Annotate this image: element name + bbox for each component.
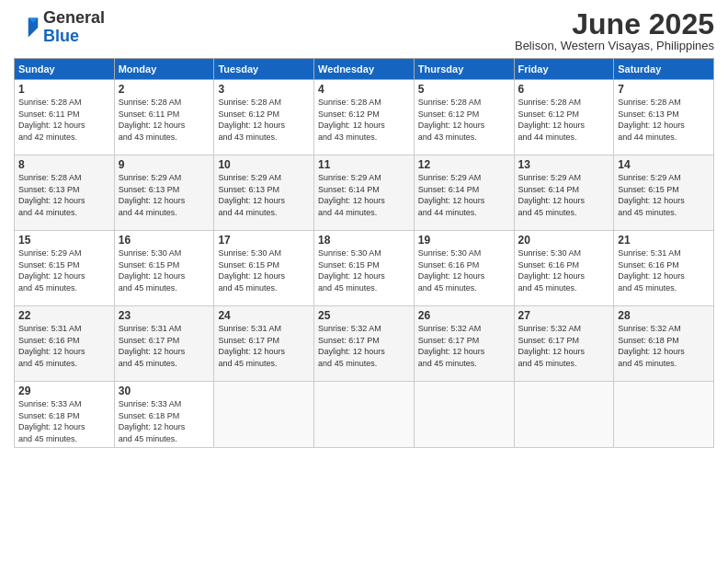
calendar-cell: 4Sunrise: 5:28 AMSunset: 6:12 PMDaylight…	[314, 80, 415, 155]
day-number: 1	[18, 83, 110, 96]
calendar-cell: 3Sunrise: 5:28 AMSunset: 6:12 PMDaylight…	[214, 80, 314, 155]
calendar-cell: 26Sunrise: 5:32 AMSunset: 6:17 PMDayligh…	[414, 306, 514, 382]
calendar-cell: 10Sunrise: 5:29 AMSunset: 6:13 PMDayligh…	[214, 155, 314, 231]
day-number: 9	[119, 158, 210, 171]
logo-general-text: General	[43, 8, 105, 27]
calendar-cell: 13Sunrise: 5:29 AMSunset: 6:14 PMDayligh…	[514, 155, 614, 231]
day-number: 23	[119, 309, 210, 322]
calendar-week-row: 29Sunrise: 5:33 AMSunset: 6:18 PMDayligh…	[15, 382, 714, 448]
calendar-cell	[314, 382, 415, 448]
day-number: 29	[18, 385, 110, 397]
calendar-cell: 29Sunrise: 5:33 AMSunset: 6:18 PMDayligh…	[15, 382, 115, 448]
calendar-page: General Blue June 2025 Belison, Western …	[0, 0, 728, 563]
day-info: Sunrise: 5:32 AMSunset: 6:17 PMDaylight:…	[318, 323, 410, 369]
logo-blue-text: Blue	[43, 27, 79, 45]
day-info: Sunrise: 5:28 AMSunset: 6:12 PMDaylight:…	[418, 97, 510, 143]
day-number: 27	[518, 309, 610, 322]
calendar-cell: 14Sunrise: 5:29 AMSunset: 6:15 PMDayligh…	[614, 155, 714, 231]
calendar-week-row: 15Sunrise: 5:29 AMSunset: 6:15 PMDayligh…	[15, 231, 714, 306]
day-number: 19	[418, 234, 510, 247]
day-info: Sunrise: 5:29 AMSunset: 6:15 PMDaylight:…	[18, 247, 110, 293]
calendar-week-row: 8Sunrise: 5:28 AMSunset: 6:13 PMDaylight…	[15, 155, 714, 231]
calendar-cell: 20Sunrise: 5:30 AMSunset: 6:16 PMDayligh…	[514, 231, 614, 306]
day-info: Sunrise: 5:30 AMSunset: 6:15 PMDaylight:…	[218, 247, 310, 293]
day-number: 13	[518, 158, 610, 171]
calendar-cell: 17Sunrise: 5:30 AMSunset: 6:15 PMDayligh…	[214, 231, 314, 306]
calendar-cell	[614, 382, 714, 448]
day-info: Sunrise: 5:28 AMSunset: 6:11 PMDaylight:…	[18, 97, 110, 143]
day-info: Sunrise: 5:29 AMSunset: 6:13 PMDaylight:…	[119, 172, 210, 218]
calendar-cell: 5Sunrise: 5:28 AMSunset: 6:12 PMDaylight…	[414, 80, 514, 155]
day-number: 25	[318, 309, 410, 322]
calendar-cell: 25Sunrise: 5:32 AMSunset: 6:17 PMDayligh…	[314, 306, 415, 382]
calendar-cell: 19Sunrise: 5:30 AMSunset: 6:16 PMDayligh…	[414, 231, 514, 306]
day-number: 10	[218, 158, 310, 171]
calendar-cell: 24Sunrise: 5:31 AMSunset: 6:17 PMDayligh…	[214, 306, 314, 382]
day-info: Sunrise: 5:29 AMSunset: 6:14 PMDaylight:…	[318, 172, 410, 218]
day-info: Sunrise: 5:33 AMSunset: 6:18 PMDaylight:…	[18, 398, 110, 444]
day-info: Sunrise: 5:29 AMSunset: 6:14 PMDaylight:…	[418, 172, 510, 218]
calendar-week-row: 22Sunrise: 5:31 AMSunset: 6:16 PMDayligh…	[15, 306, 714, 382]
calendar-cell: 11Sunrise: 5:29 AMSunset: 6:14 PMDayligh…	[314, 155, 415, 231]
day-number: 7	[618, 83, 710, 96]
day-number: 17	[218, 234, 310, 247]
day-info: Sunrise: 5:28 AMSunset: 6:12 PMDaylight:…	[518, 97, 610, 143]
calendar-cell: 27Sunrise: 5:32 AMSunset: 6:17 PMDayligh…	[514, 306, 614, 382]
day-number: 14	[618, 158, 710, 171]
day-number: 8	[18, 158, 110, 171]
day-info: Sunrise: 5:31 AMSunset: 6:16 PMDaylight:…	[18, 323, 110, 369]
calendar-cell	[214, 382, 314, 448]
weekday-header: Sunday	[15, 59, 115, 80]
title-block: June 2025 Belison, Western Visayas, Phil…	[515, 9, 714, 52]
day-number: 12	[418, 158, 510, 171]
month-title: June 2025	[515, 9, 714, 39]
day-number: 18	[318, 234, 410, 247]
day-info: Sunrise: 5:32 AMSunset: 6:17 PMDaylight:…	[518, 323, 610, 369]
weekday-header: Wednesday	[314, 59, 415, 80]
logo: General Blue	[14, 9, 105, 46]
day-info: Sunrise: 5:30 AMSunset: 6:15 PMDaylight:…	[119, 247, 210, 293]
day-info: Sunrise: 5:28 AMSunset: 6:13 PMDaylight:…	[618, 97, 710, 143]
calendar-cell: 28Sunrise: 5:32 AMSunset: 6:18 PMDayligh…	[614, 306, 714, 382]
day-info: Sunrise: 5:29 AMSunset: 6:13 PMDaylight:…	[218, 172, 310, 218]
calendar-cell: 30Sunrise: 5:33 AMSunset: 6:18 PMDayligh…	[114, 382, 214, 448]
calendar-cell: 7Sunrise: 5:28 AMSunset: 6:13 PMDaylight…	[614, 80, 714, 155]
day-info: Sunrise: 5:30 AMSunset: 6:16 PMDaylight:…	[418, 247, 510, 293]
day-info: Sunrise: 5:29 AMSunset: 6:14 PMDaylight:…	[518, 172, 610, 218]
day-info: Sunrise: 5:29 AMSunset: 6:15 PMDaylight:…	[618, 172, 710, 218]
day-number: 21	[618, 234, 710, 247]
day-info: Sunrise: 5:30 AMSunset: 6:16 PMDaylight:…	[518, 247, 610, 293]
day-info: Sunrise: 5:28 AMSunset: 6:12 PMDaylight:…	[218, 97, 310, 143]
day-info: Sunrise: 5:31 AMSunset: 6:17 PMDaylight:…	[218, 323, 310, 369]
day-info: Sunrise: 5:28 AMSunset: 6:13 PMDaylight:…	[18, 172, 110, 218]
weekday-header: Saturday	[614, 59, 714, 80]
calendar-table: SundayMondayTuesdayWednesdayThursdayFrid…	[14, 58, 714, 448]
day-number: 24	[218, 309, 310, 322]
weekday-header-row: SundayMondayTuesdayWednesdayThursdayFrid…	[15, 59, 714, 80]
page-header: General Blue June 2025 Belison, Western …	[14, 9, 714, 52]
calendar-cell	[414, 382, 514, 448]
day-number: 3	[218, 83, 310, 96]
day-info: Sunrise: 5:31 AMSunset: 6:17 PMDaylight:…	[119, 323, 210, 369]
calendar-cell: 15Sunrise: 5:29 AMSunset: 6:15 PMDayligh…	[15, 231, 115, 306]
calendar-cell: 16Sunrise: 5:30 AMSunset: 6:15 PMDayligh…	[114, 231, 214, 306]
day-info: Sunrise: 5:32 AMSunset: 6:17 PMDaylight:…	[418, 323, 510, 369]
calendar-cell	[514, 382, 614, 448]
location-subtitle: Belison, Western Visayas, Philippines	[515, 39, 714, 52]
calendar-cell: 12Sunrise: 5:29 AMSunset: 6:14 PMDayligh…	[414, 155, 514, 231]
weekday-header: Friday	[514, 59, 614, 80]
day-number: 28	[618, 309, 710, 322]
weekday-header: Thursday	[414, 59, 514, 80]
day-number: 20	[518, 234, 610, 247]
calendar-cell: 22Sunrise: 5:31 AMSunset: 6:16 PMDayligh…	[15, 306, 115, 382]
calendar-cell: 9Sunrise: 5:29 AMSunset: 6:13 PMDaylight…	[114, 155, 214, 231]
day-info: Sunrise: 5:30 AMSunset: 6:15 PMDaylight:…	[318, 247, 410, 293]
day-number: 30	[119, 385, 210, 397]
day-info: Sunrise: 5:28 AMSunset: 6:12 PMDaylight:…	[318, 97, 410, 143]
day-number: 15	[18, 234, 110, 247]
day-number: 6	[518, 83, 610, 96]
day-number: 22	[18, 309, 110, 322]
day-number: 16	[119, 234, 210, 247]
day-number: 5	[418, 83, 510, 96]
calendar-cell: 21Sunrise: 5:31 AMSunset: 6:16 PMDayligh…	[614, 231, 714, 306]
